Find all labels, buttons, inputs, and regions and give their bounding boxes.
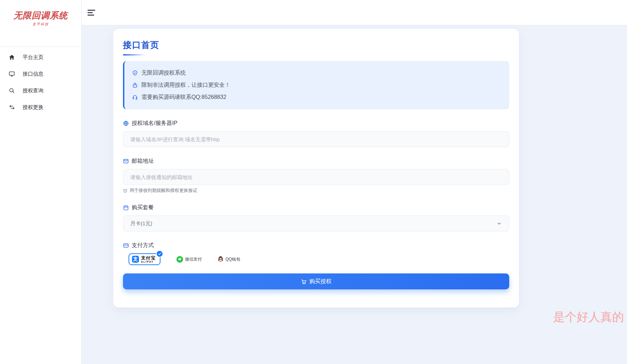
sidebar-item-auth-swap[interactable]: 授权更换 [0, 99, 81, 116]
domain-input[interactable] [123, 131, 509, 147]
page-title: 接口首页 [123, 39, 509, 51]
logo: 无限回调系统 龙平科技 [0, 0, 81, 47]
sidebar-item-api-info[interactable]: 接口信息 [0, 66, 81, 82]
headset-icon [132, 94, 138, 100]
wechat-pay-icon [176, 256, 183, 263]
search-icon [9, 87, 15, 94]
mail-icon [123, 158, 129, 164]
swap-icon [9, 104, 15, 110]
payment-field-group: 支付方式 支 支付宝 ALIPAY 微信支 [123, 242, 509, 265]
watermark-text: 是个好人真的 [553, 309, 624, 325]
qq-wallet-icon [218, 256, 223, 262]
selected-check-badge [156, 250, 163, 257]
email-field-group: 邮箱地址 用于接收到期提醒和授权更换验证 [123, 158, 509, 194]
sidebar-item-platform-home[interactable]: 平台主页 [0, 49, 81, 66]
api-home-card: 接口首页 无限回调授权系统 限制非法调用授权，让接口更安全！ 需要购买源码请联系… [113, 29, 519, 307]
home-icon [9, 54, 15, 60]
payment-options-row: 支 支付宝 ALIPAY 微信支付 [123, 253, 509, 265]
shield-check-icon [132, 70, 138, 76]
sidebar-item-auth-query[interactable]: 授权查询 [0, 82, 81, 99]
plan-field-group: 购买套餐 月卡(1元) [123, 204, 509, 231]
wechat-pay-label: 微信支付 [185, 256, 202, 262]
plan-selected-value: 月卡(1元) [130, 220, 152, 227]
chevron-down-icon [496, 221, 502, 226]
notice-line: 无限回调授权系统 [132, 67, 502, 79]
credit-card-icon [123, 243, 129, 248]
logo-title: 无限回调系统 [3, 10, 78, 20]
payment-option-wechat[interactable]: 微信支付 [176, 256, 202, 263]
notice-text: 无限回调授权系统 [141, 69, 186, 77]
title-underline [123, 54, 145, 56]
alipay-logo-icon: 支 [132, 256, 139, 263]
lock-icon [132, 82, 138, 88]
domain-field-group: 授权域名/服务器IP [123, 120, 509, 147]
main-content: 接口首页 无限回调授权系统 限制非法调用授权，让接口更安全！ 需要购买源码请联系… [82, 25, 627, 364]
notice-line: 限制非法调用授权，让接口更安全！ [132, 79, 502, 91]
buy-authorization-button[interactable]: 购买授权 [123, 273, 509, 289]
hamburger-menu-icon[interactable] [88, 9, 96, 16]
topbar [82, 0, 627, 25]
notice-text: 限制非法调用授权，让接口更安全！ [141, 82, 230, 89]
logo-subtitle: 龙平科技 [3, 22, 78, 27]
email-input[interactable] [123, 169, 509, 185]
alipay-sub: ALIPAY [141, 261, 156, 263]
sidebar-menu: 平台主页 接口信息 授权查询 授权更换 [0, 47, 81, 116]
sidebar-item-label: 授权更换 [23, 104, 43, 111]
globe-icon [123, 120, 129, 126]
plan-label: 购买套餐 [123, 204, 509, 211]
email-help: 用于接收到期提醒和授权更换验证 [123, 187, 509, 194]
notice-text: 需要购买源码请联系QQ:85268832 [141, 94, 226, 101]
sidebar: 无限回调系统 龙平科技 平台主页 接口信息 授权查询 授权更换 [0, 0, 82, 364]
payment-label: 支付方式 [123, 242, 509, 249]
plan-select[interactable]: 月卡(1元) [123, 215, 509, 231]
payment-option-qq[interactable]: QQ钱包 [218, 256, 240, 262]
alipay-name: 支付宝 [141, 256, 156, 260]
calendar-icon [123, 205, 129, 211]
qq-wallet-label: QQ钱包 [225, 256, 240, 262]
cart-icon [301, 279, 307, 285]
monitor-icon [9, 71, 15, 77]
domain-label: 授权域名/服务器IP [123, 120, 509, 127]
notice-line: 需要购买源码请联系QQ:85268832 [132, 91, 502, 103]
sidebar-item-label: 平台主页 [23, 54, 43, 61]
payment-option-alipay[interactable]: 支 支付宝 ALIPAY [129, 253, 160, 265]
alarm-clock-icon [123, 188, 127, 193]
sidebar-item-label: 授权查询 [23, 87, 43, 94]
check-icon [158, 252, 162, 256]
email-label: 邮箱地址 [123, 158, 509, 165]
sidebar-item-label: 接口信息 [23, 71, 43, 77]
notice-box: 无限回调授权系统 限制非法调用授权，让接口更安全！ 需要购买源码请联系QQ:85… [123, 61, 509, 109]
